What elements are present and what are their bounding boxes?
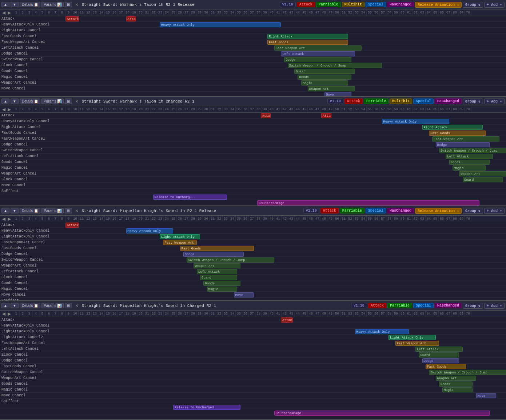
timeline-bar[interactable]: Move [324, 92, 351, 96]
timeline-bar[interactable]: Light Attack Only [389, 335, 436, 340]
timeline-bar[interactable]: Attack [261, 113, 271, 118]
release-tag-1[interactable]: Release Animation ⚠ [415, 2, 462, 8]
add-tag-3[interactable]: + Add ▾ [484, 208, 505, 214]
timeline-bar[interactable]: Dodge [284, 57, 351, 62]
timeline-bar[interactable]: Fast Goods [429, 131, 486, 136]
timeline-bar[interactable]: Heavy Attack Only [160, 22, 281, 27]
timeline-bar[interactable]: Attack [126, 16, 136, 21]
timeline-bar[interactable]: Weapon Art [436, 376, 476, 381]
timeline-bar[interactable]: Dodge [183, 252, 244, 257]
timeline-bar[interactable]: Move [234, 292, 254, 297]
timeline-bar[interactable]: Heavy Attack Only [126, 228, 174, 233]
details-btn-4[interactable]: Details 📋 [20, 303, 40, 308]
special-tag-1[interactable]: Special [366, 2, 386, 7]
expand-btn-3[interactable]: ▼ [11, 208, 19, 213]
timeline-bar[interactable]: Dodge [436, 142, 490, 147]
next-btn-1[interactable]: ▶ [7, 10, 12, 15]
timeline-bar[interactable]: Guard [419, 352, 459, 357]
timeline-bar[interactable]: Release to Uncharg... [153, 195, 227, 200]
timeline-bar[interactable]: Guard [200, 275, 237, 280]
details-btn-3[interactable]: Details 📋 [20, 208, 40, 213]
version-tag-3[interactable]: v1.10 [303, 208, 319, 213]
parriable-tag-4[interactable]: Parriable [387, 303, 412, 308]
multihit-tag-2[interactable]: Multihit [390, 99, 412, 104]
multihit-tag-1[interactable]: Multihit [342, 2, 364, 7]
timeline-bar[interactable]: Weapon Art [194, 263, 241, 268]
expand-btn-1[interactable]: ▼ [11, 2, 19, 7]
timeline-bar[interactable]: Attack [321, 113, 331, 118]
special-tag-2[interactable]: Special [413, 99, 434, 104]
version-tag-4[interactable]: v1.10 [351, 303, 367, 308]
version-tag-1[interactable]: v1.10 [280, 2, 296, 7]
timeline-bar[interactable]: Guard [463, 177, 503, 182]
timeline-bar[interactable]: Magic [442, 387, 473, 392]
parriable-tag-1[interactable]: Parriable [316, 2, 341, 7]
special-tag-4[interactable]: Special [413, 303, 434, 308]
timeline-bar[interactable]: Goods [439, 381, 473, 387]
timeline-bar[interactable]: Fast Goods [180, 246, 254, 251]
version-tag-2[interactable]: v1.10 [327, 99, 343, 104]
params-btn-3[interactable]: Params 📊 [41, 208, 64, 213]
timeline-bar[interactable]: Goods [203, 281, 240, 286]
timeline-bar[interactable]: Weapon Art [459, 171, 506, 176]
grid-btn-1[interactable]: ⊞ [65, 2, 72, 7]
timeline-bar[interactable]: Weapon Art [308, 86, 355, 91]
timeline-bar[interactable]: Switch Weapon / Crouch / Jump [288, 63, 382, 68]
timeline-bar[interactable]: Fast Goods [426, 364, 466, 369]
attack-tag-2[interactable]: Attack [344, 99, 363, 104]
timeline-bar[interactable]: Attack [65, 223, 79, 228]
params-btn-1[interactable]: Params 📊 [41, 2, 64, 7]
haschanged-tag-1[interactable]: HasChanged [387, 2, 414, 7]
timeline-bar[interactable]: Left Attack [281, 51, 355, 56]
expand-btn-2[interactable]: ▼ [11, 99, 19, 104]
timeline-bar[interactable]: Release to Uncharged [173, 405, 240, 410]
timeline-bar[interactable]: Fast Weapon Art [274, 45, 362, 51]
prev-btn-3[interactable]: ◀ [1, 216, 6, 221]
group-tag-1[interactable]: Group ⇅ [463, 2, 483, 8]
timeline-bar[interactable]: Goods [449, 160, 490, 165]
close-btn-2[interactable]: ✕ [73, 99, 80, 104]
collapse-btn-3[interactable]: ▲ [1, 208, 9, 213]
timeline-bar[interactable]: Fast Weapon Art [163, 240, 197, 245]
close-btn-4[interactable]: ✕ [73, 303, 80, 309]
haschanged-tag-2[interactable]: HasChanged [435, 99, 462, 104]
prev-btn-1[interactable]: ◀ [1, 10, 6, 15]
parriable-tag-2[interactable]: Parriable [364, 99, 389, 104]
collapse-btn-1[interactable]: ▲ [1, 2, 9, 7]
haschanged-tag-3[interactable]: HasChanged [387, 208, 414, 213]
collapse-btn-4[interactable]: ▲ [1, 303, 9, 308]
parriable-tag-3[interactable]: Parriable [340, 208, 364, 213]
timeline-bar[interactable]: Light Attack Only [160, 234, 200, 239]
details-btn-1[interactable]: Details 📋 [20, 2, 40, 7]
timeline-bar[interactable]: Fast Goods [267, 40, 348, 45]
haschanged-tag-4[interactable]: HasChanged [435, 303, 462, 308]
timeline-bar[interactable]: Guard [294, 69, 355, 74]
timeline-bar[interactable]: Left Attack [415, 347, 463, 352]
params-btn-2[interactable]: Params 📊 [41, 99, 64, 104]
attack-tag-4[interactable]: Attack [368, 303, 386, 308]
timeline-bar[interactable]: Magic [207, 287, 237, 292]
group-tag-3[interactable]: Group ⇅ [463, 208, 483, 214]
timeline-bar[interactable]: Fast Weapon Art [432, 136, 499, 141]
release-tag-3[interactable]: Release Animation ⚠ [415, 208, 462, 214]
close-btn-1[interactable]: ✕ [73, 2, 80, 8]
prev-btn-4[interactable]: ◀ [1, 311, 6, 316]
grid-btn-4[interactable]: ⊞ [65, 303, 72, 308]
special-tag-3[interactable]: Special [366, 208, 386, 213]
timeline-bar[interactable]: Dodge [422, 358, 459, 363]
group-tag-4[interactable]: Group ⇅ [463, 303, 483, 309]
close-btn-3[interactable]: ✕ [73, 208, 80, 214]
collapse-btn-2[interactable]: ▲ [1, 99, 9, 104]
timeline-bar[interactable]: Heavy Attack Only [355, 329, 409, 334]
timeline-bar[interactable]: Left Attack [197, 269, 237, 274]
add-tag-2[interactable]: + Add ▾ [484, 99, 505, 104]
grid-btn-3[interactable]: ⊞ [65, 208, 72, 213]
grid-btn-2[interactable]: ⊞ [65, 99, 72, 104]
timeline-bar[interactable]: Switch Weapon / Crouch / Jump [439, 148, 506, 153]
timeline-bar[interactable]: Right Attack [267, 34, 348, 39]
timeline-bar[interactable]: Goods [298, 75, 351, 80]
timeline-bar[interactable]: Attack [281, 317, 293, 323]
add-tag-4[interactable]: + Add ▾ [484, 303, 505, 309]
next-btn-4[interactable]: ▶ [7, 311, 12, 316]
timeline-bar[interactable]: Heavy Attack Only [382, 119, 449, 124]
